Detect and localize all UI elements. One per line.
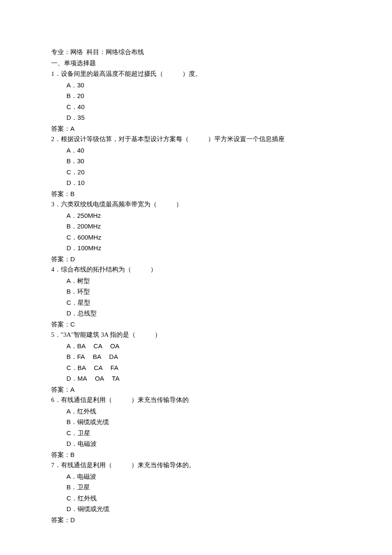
fill-blank [157,199,176,210]
option-label: D． [66,309,78,317]
option-text: 10 [78,179,85,186]
answer-value: A [70,386,75,393]
answer-label: 答案： [51,255,70,263]
answer-value: D [70,255,75,263]
question-text-post: ） [150,266,157,273]
question-text-pre: "3A"智能建筑 3A 指的是（ [61,331,136,338]
options-list: A．红外线B．铜缆或光缆C．卫星D．电磁波 [51,406,341,449]
question-number: 4． [51,266,61,273]
question-number: 1． [51,70,61,77]
option-label: B． [66,483,77,491]
subject-value: 网络综合布线 [106,49,144,55]
option-text: 总线型 [78,309,97,317]
option-text: MA OA TA [78,375,120,382]
option-label: B． [66,353,77,360]
option-text: 20 [78,168,85,176]
option-text: 环型 [77,288,90,295]
option-label: C． [66,168,78,176]
option-label: A． [66,473,77,480]
option-text: 铜缆或光缆 [78,505,110,512]
question-text-post: ） [155,331,161,338]
option-label: B． [66,288,77,295]
option-text: 星型 [78,299,90,306]
question: 7．有线通信是利用（ ）来充当传输导体的。A．电磁波B．卫星C．红外线D．铜缆或… [51,460,341,525]
answer-line: 答案：C [51,319,341,330]
question-text: 3．六类双绞线电缆最高频率带宽为（ ） [51,199,341,210]
question-number: 7． [51,462,61,468]
answer-value: D [70,516,75,523]
option-label: C． [66,429,78,436]
option: D．MA OA TA [66,373,341,384]
options-list: A．250MHzB．200MHzC．600MHzD．100MHz [51,210,341,254]
option: A．BA CA OA [66,341,341,352]
option-label: C． [66,299,78,306]
fill-blank [112,460,131,471]
options-list: A．40B．30C．20D．10 [51,145,341,188]
question-text: 2．根据设计等级估算，对于基本型设计方案每（ ）平方米设置一个信息插座 [51,134,341,145]
option: D．35 [66,112,341,123]
answer-value: B [70,451,75,458]
option: A．电磁波 [66,471,341,482]
subject-label: 科目： [86,49,106,55]
option: C．星型 [66,297,341,308]
option-text: 40 [78,103,85,110]
option-text: BA CA FA [78,364,118,371]
answer-line: 答案：A [51,123,341,134]
option: B．20 [66,90,341,101]
question-text-pre: 六类双绞线电缆最高频率带宽为（ [61,201,157,208]
question: 3．六类双绞线电缆最高频率带宽为（ ）A．250MHzB．200MHzC．600… [51,199,341,264]
fill-blank [135,330,155,341]
option-label: B． [66,92,77,99]
question-text-post: ）来充当传输导体的 [131,396,189,403]
question-text-post: ） [176,201,182,208]
option-label: C． [66,494,78,502]
option-text: 40 [77,147,84,154]
fill-blank [189,134,208,145]
option-text: 电磁波 [77,473,96,480]
option-text: 20 [77,92,84,99]
option-label: D． [66,440,78,447]
option-label: A． [66,81,77,89]
answer-label: 答案： [51,451,70,458]
option-label: C． [66,364,78,371]
question-text-pre: 有线通信是利用（ [61,396,112,403]
options-list: A．30B．20C．40D．35 [51,80,341,123]
options-list: A．电磁波B．卫星C．红外线D．铜缆或光缆 [51,471,341,515]
question: 2．根据设计等级估算，对于基本型设计方案每（ ）平方米设置一个信息插座A．40B… [51,134,341,199]
option: B．FA BA DA [66,351,341,362]
section-title: 一、单项选择题 [51,58,341,69]
question-number: 6． [51,396,61,403]
answer-line: 答案：D [51,515,341,526]
option-text: 卫星 [77,483,90,491]
option: C．20 [66,167,341,178]
option-text: 树型 [77,277,90,284]
option: C．红外线 [66,493,341,504]
option: B．环型 [66,286,341,297]
question-text-pre: 根据设计等级估算，对于基本型设计方案每（ [61,136,189,142]
answer-value: A [70,125,75,132]
question: 6．有线通信是利用（ ）来充当传输导体的A．红外线B．铜缆或光缆C．卫星D．电磁… [51,395,341,460]
fill-blank [112,395,131,406]
option: A．树型 [66,275,341,286]
answer-value: C [70,321,75,328]
fill-blank [131,264,150,275]
answer-label: 答案： [51,125,70,132]
option-label: D． [66,179,78,186]
option-label: B． [66,157,77,165]
option-label: B． [66,223,77,230]
option: B．200MHz [66,221,341,232]
option: C．卫星 [66,428,341,439]
option-text: 200MHz [77,223,101,230]
answer-label: 答案： [51,190,70,197]
option: C．BA CA FA [66,362,341,373]
question: 4．综合布线的拓扑结构为（ ）A．树型B．环型C．星型D．总线型答案：C [51,264,341,330]
option-label: C． [66,103,78,110]
document-header: 专业：网络 科目：网络综合布线 [51,47,341,58]
question-text-post: ）来充当传输导体的。 [131,462,195,468]
option-label: D． [66,114,78,121]
major-value: 网络 [70,49,83,55]
option-text: FA BA DA [77,353,118,360]
option: D．100MHz [66,243,341,254]
question-text-pre: 设备间里的最高温度不能超过摄氏（ [61,70,163,77]
option: C．40 [66,101,341,113]
